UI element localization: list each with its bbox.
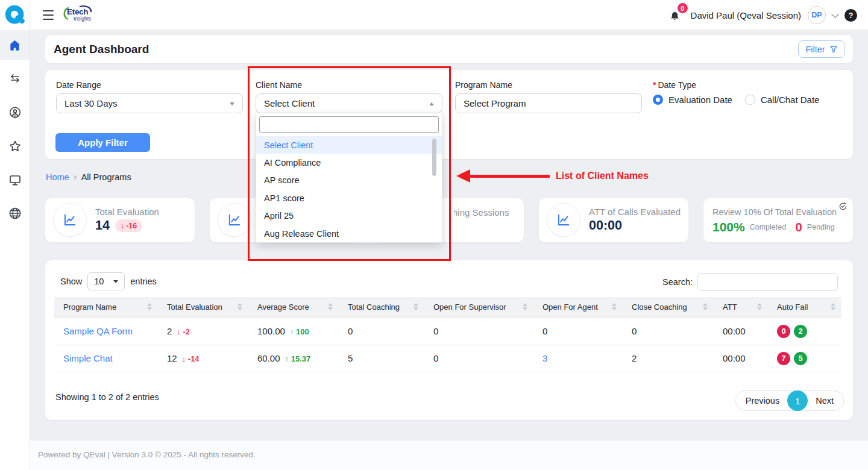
show-label: Show xyxy=(60,277,82,286)
page-size-select[interactable]: 10 xyxy=(87,272,125,290)
programs-table: Program Name Total Evaluation Average Sc… xyxy=(54,297,841,372)
client-option[interactable]: AP score xyxy=(256,172,442,189)
stat-card-total-evaluation: Total Evaluation 14 ↓-16 xyxy=(45,198,195,242)
radio-evaluation-date[interactable] xyxy=(653,95,663,105)
annotation-arrow-line xyxy=(470,175,550,178)
sort-icon[interactable] xyxy=(703,303,708,310)
stat-title-clip: Coaching Sessions xyxy=(454,207,520,218)
auto-fail-red-badge: 7 xyxy=(777,352,790,365)
chart-icon-circle xyxy=(53,203,87,237)
table-row: Simple Chat 12↓ -14 60.00↑ 15.37 5 0 3 2… xyxy=(54,345,841,372)
etech-insights-logo: Etech Insights xyxy=(60,5,96,25)
sidebar-item-transfer[interactable] xyxy=(0,63,30,93)
previous-button[interactable]: Previous xyxy=(746,396,779,406)
client-name-select[interactable]: Select Client xyxy=(256,93,442,113)
column-header-att[interactable]: ATT xyxy=(714,297,768,318)
delta-down: ↓ -2 xyxy=(177,327,190,336)
sidebar xyxy=(0,0,30,470)
home-icon xyxy=(8,39,22,52)
stat-value: 00:00 xyxy=(589,218,622,233)
sort-icon[interactable] xyxy=(237,303,242,310)
annotation-label: List of Client Names xyxy=(556,171,649,181)
refresh-icon[interactable] xyxy=(838,202,848,211)
program-link[interactable]: Sample QA Form xyxy=(63,326,133,336)
column-header-open-for-agent[interactable]: Open For Agent xyxy=(533,297,623,318)
avatar[interactable]: DP xyxy=(808,6,826,24)
funnel-icon xyxy=(829,45,838,54)
column-header-total-coaching[interactable]: Total Coaching xyxy=(339,297,424,318)
sidebar-item-monitoring[interactable] xyxy=(0,165,30,195)
up-arrow-icon: ↑ xyxy=(285,354,289,363)
program-name-select[interactable]: Select Program xyxy=(455,93,642,113)
open-for-agent-link[interactable]: 3 xyxy=(542,353,547,363)
column-header-program-name[interactable]: Program Name xyxy=(54,297,158,318)
table-search-input[interactable] xyxy=(697,273,838,291)
delta-up: ↑ 15.37 xyxy=(285,354,311,363)
client-option[interactable]: Aug Release Client xyxy=(256,225,442,242)
column-header-close-coaching[interactable]: Close Coaching xyxy=(623,297,714,318)
sort-icon[interactable] xyxy=(612,303,617,310)
cell-value: 0 xyxy=(348,326,353,336)
cell-value: 0 xyxy=(542,326,547,336)
sidebar-item-home[interactable] xyxy=(0,30,30,60)
required-marker: * xyxy=(653,80,656,90)
chart-icon-circle xyxy=(218,203,251,237)
dropdown-scrollbar[interactable] xyxy=(432,139,436,176)
cell-value: 60.00 xyxy=(257,353,280,363)
monitor-icon xyxy=(8,173,22,187)
help-button[interactable]: ? xyxy=(844,9,857,22)
hamburger-menu-icon[interactable] xyxy=(43,10,54,20)
column-header-auto-fail[interactable]: Auto Fail xyxy=(768,297,841,318)
globe-icon xyxy=(8,206,22,221)
radio-evaluation-date-label[interactable]: Evaluation Date xyxy=(668,95,732,105)
date-type-label-text: Date Type xyxy=(658,80,696,90)
column-label: Open For Supervisor xyxy=(433,302,506,312)
client-option[interactable]: April 25 xyxy=(256,207,442,225)
program-name-label: Program Name xyxy=(455,80,512,90)
pending-value: 0 xyxy=(795,220,802,234)
client-option[interactable]: Select Client xyxy=(256,136,442,154)
radio-call-chat-date-label[interactable]: Call/Chat Date xyxy=(761,95,820,105)
cell-value: 0 xyxy=(433,353,438,363)
column-label: Open For Agent xyxy=(542,302,598,312)
stat-delta-value: -16 xyxy=(126,222,137,230)
program-link[interactable]: Simple Chat xyxy=(63,353,113,363)
stat-title: Total Evaluation xyxy=(95,207,159,217)
client-option[interactable]: AP1 score xyxy=(256,189,442,207)
client-dropdown-search-input[interactable] xyxy=(259,116,439,133)
column-label: ATT xyxy=(723,302,737,312)
table-row: Sample QA Form 2↓ -2 100.00↑ 100 0 0 0 0… xyxy=(54,318,841,345)
cell-value: 2 xyxy=(167,326,172,336)
radio-call-chat-date[interactable] xyxy=(745,95,755,105)
stat-card-review: Review 10% Of Total Evaluation 100% Comp… xyxy=(703,198,853,242)
column-header-open-for-supervisor[interactable]: Open For Supervisor xyxy=(424,297,533,318)
sidebar-item-web[interactable] xyxy=(0,198,30,228)
apply-filter-button[interactable]: Apply Filter xyxy=(55,133,150,152)
sidebar-item-favorites[interactable] xyxy=(0,131,30,161)
notifications-button[interactable]: 0 xyxy=(668,6,684,24)
sort-icon[interactable] xyxy=(147,303,152,310)
next-button[interactable]: Next xyxy=(816,396,834,406)
completed-label: Completed xyxy=(750,223,786,231)
sort-icon[interactable] xyxy=(414,303,418,310)
sort-icon[interactable] xyxy=(757,303,762,310)
delta-up: ↑ 100 xyxy=(290,327,309,336)
sort-icon[interactable] xyxy=(328,303,333,310)
page-title: Agent Dashboard xyxy=(54,43,149,56)
sidebar-item-agent[interactable] xyxy=(0,98,30,128)
breadcrumb-home[interactable]: Home xyxy=(46,172,69,182)
client-option[interactable]: AI Compliance xyxy=(256,154,442,171)
column-label: Close Coaching xyxy=(632,302,687,312)
page-number-button[interactable]: 1 xyxy=(787,390,808,411)
date-range-value: Last 30 Days xyxy=(64,98,118,108)
column-label: Total Evaluation xyxy=(167,302,222,312)
column-header-average-score[interactable]: Average Score xyxy=(248,297,339,318)
filter-button[interactable]: Filter xyxy=(798,40,845,58)
date-range-select[interactable]: Last 30 Days xyxy=(56,93,243,113)
chart-icon-circle xyxy=(547,203,580,237)
user-name[interactable]: David Paul (Qeval Session) xyxy=(691,10,801,20)
column-header-total-evaluation[interactable]: Total Evaluation xyxy=(158,297,248,318)
chevron-down-icon[interactable] xyxy=(831,10,839,18)
sort-icon[interactable] xyxy=(831,303,835,310)
sort-icon[interactable] xyxy=(523,303,527,310)
